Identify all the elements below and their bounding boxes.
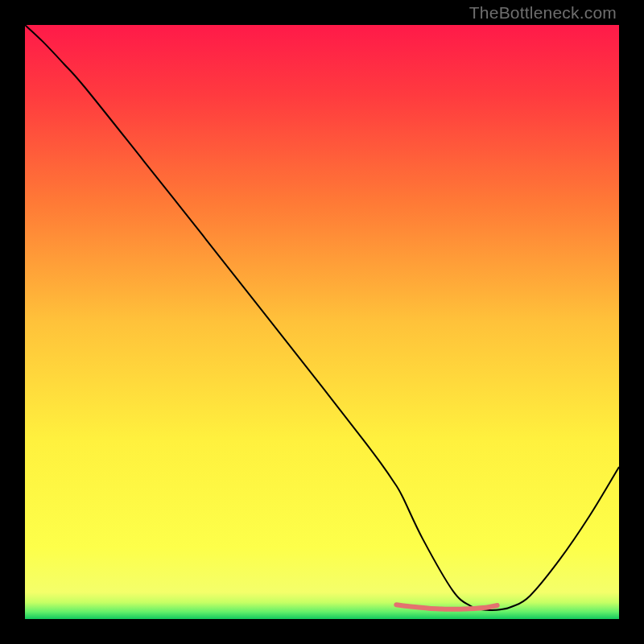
- chart-frame: [25, 25, 619, 619]
- chart-plot: [25, 25, 619, 619]
- watermark-text: TheBottleneck.com: [469, 3, 617, 23]
- chart-background: [25, 25, 619, 619]
